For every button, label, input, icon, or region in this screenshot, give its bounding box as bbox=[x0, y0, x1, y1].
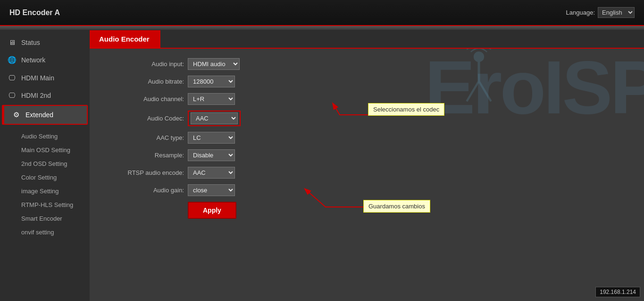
app-title: HD Encoder A bbox=[9, 9, 60, 17]
rtsp-audio-select[interactable]: AAC MP3 bbox=[188, 167, 235, 179]
sidebar-label-hdmi-2nd: HDMI 2nd bbox=[21, 92, 51, 99]
sidebar-item-hdmi-main[interactable]: 🖵 HDMI Main bbox=[0, 69, 90, 86]
resample-row: Resample: Disable Enable bbox=[118, 149, 644, 161]
audio-channel-label: Audio channel: bbox=[118, 95, 184, 103]
rtsp-audio-label: RTSP audio encode: bbox=[118, 169, 184, 176]
top-strip bbox=[0, 26, 644, 30]
language-label: Language: bbox=[566, 9, 595, 16]
sidebar-sub-smart-encoder[interactable]: Smart Encoder bbox=[14, 212, 90, 225]
ip-badge: 192.168.1.214 bbox=[595, 287, 640, 297]
aac-type-row: AAC type: LC HE-AAC bbox=[118, 132, 644, 144]
callout-apply: Guardamos cambios bbox=[363, 200, 430, 213]
audio-codec-select[interactable]: AAC MP3 G711 bbox=[191, 112, 238, 124]
hdmi-2nd-icon: 🖵 bbox=[7, 91, 17, 99]
sidebar-label-hdmi-main: HDMI Main bbox=[21, 74, 54, 82]
audio-input-select[interactable]: HDMI audio Analog audio bbox=[188, 58, 240, 70]
aac-type-label: AAC type: bbox=[118, 134, 184, 141]
aac-type-select[interactable]: LC HE-AAC bbox=[188, 132, 235, 144]
header: HD Encoder A Language: English Chinese bbox=[0, 0, 644, 26]
audio-channel-select[interactable]: L+R Left Right bbox=[188, 93, 235, 105]
audio-bitrate-label: Audio bitrate: bbox=[118, 78, 184, 85]
tab-bar: Audio Encoder bbox=[90, 30, 644, 49]
audio-gain-row: Audio gain: close low medium high bbox=[118, 184, 644, 196]
sidebar-item-extended[interactable]: ⚙ Extended bbox=[3, 106, 87, 124]
sidebar-sub-audio-setting[interactable]: Audio Setting bbox=[14, 129, 90, 143]
hdmi-main-icon: 🖵 bbox=[7, 74, 17, 82]
audio-codec-label: Audio Codec: bbox=[118, 115, 184, 122]
resample-label: Resample: bbox=[118, 152, 184, 159]
audio-input-row: Audio input: HDMI audio Analog audio bbox=[118, 58, 644, 70]
callout-codec: Seleccionamos el codec bbox=[368, 103, 444, 116]
sidebar-sub-rtmp-hls[interactable]: RTMP-HLS Setting bbox=[14, 198, 90, 212]
language-dropdown[interactable]: English Chinese bbox=[598, 7, 635, 18]
gear-icon: ⚙ bbox=[11, 111, 21, 119]
audio-input-label: Audio input: bbox=[118, 60, 184, 68]
sidebar-sub-image-setting[interactable]: image Setting bbox=[14, 184, 90, 198]
sidebar-sub-2nd-osd[interactable]: 2nd OSD Setting bbox=[14, 157, 90, 171]
language-selector[interactable]: Language: English Chinese bbox=[566, 7, 635, 18]
extended-box: ⚙ Extended bbox=[2, 105, 88, 125]
rtsp-audio-row: RTSP audio encode: AAC MP3 bbox=[118, 167, 644, 179]
sidebar-label-network: Network bbox=[21, 56, 45, 64]
sidebar-label-status: Status bbox=[21, 39, 40, 46]
sidebar-item-hdmi-2nd[interactable]: 🖵 HDMI 2nd bbox=[0, 86, 90, 104]
sidebar-sub-menu: Audio Setting Main OSD Setting 2nd OSD S… bbox=[0, 126, 90, 243]
audio-gain-select[interactable]: close low medium high bbox=[188, 184, 235, 196]
resample-select[interactable]: Disable Enable bbox=[188, 149, 235, 161]
apply-button[interactable]: Apply bbox=[188, 202, 236, 219]
audio-encoder-tab[interactable]: Audio Encoder bbox=[90, 30, 160, 48]
audio-gain-label: Audio gain: bbox=[118, 187, 184, 194]
audio-bitrate-select[interactable]: 128000 64000 32000 bbox=[188, 76, 235, 87]
sidebar-item-network[interactable]: 🌐 Network bbox=[0, 51, 90, 69]
audio-bitrate-row: Audio bitrate: 128000 64000 32000 bbox=[118, 76, 644, 87]
sidebar-sub-main-osd[interactable]: Main OSD Setting bbox=[14, 143, 90, 157]
sidebar-label-extended: Extended bbox=[25, 111, 53, 119]
network-icon: 🌐 bbox=[7, 56, 17, 64]
sidebar-sub-onvif[interactable]: onvif setting bbox=[14, 225, 90, 239]
content-area: EroISP Audio Encoder Audio input: HDMI a… bbox=[90, 30, 644, 301]
sidebar-item-status[interactable]: 🖥 Status bbox=[0, 34, 90, 51]
monitor-icon: 🖥 bbox=[7, 38, 17, 46]
main-layout: 🖥 Status 🌐 Network 🖵 HDMI Main 🖵 HDMI 2n… bbox=[0, 30, 644, 301]
sidebar-sub-color-setting[interactable]: Color Setting bbox=[14, 171, 90, 184]
sidebar: 🖥 Status 🌐 Network 🖵 HDMI Main 🖵 HDMI 2n… bbox=[0, 30, 90, 301]
codec-highlight-box: AAC MP3 G711 bbox=[188, 111, 241, 126]
